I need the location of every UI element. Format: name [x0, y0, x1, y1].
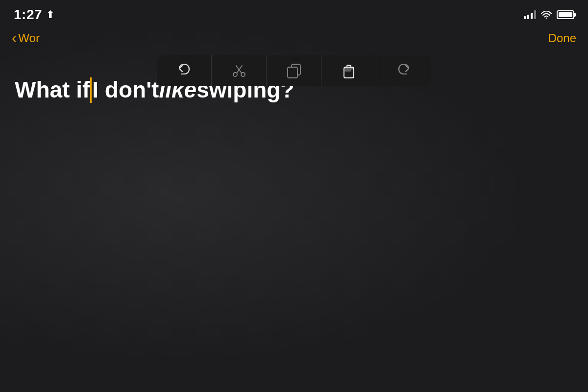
- redo-button[interactable]: [376, 55, 431, 86]
- battery-level: [559, 12, 572, 17]
- back-button[interactable]: ‹ Wor: [12, 31, 40, 45]
- signal-bar-3: [531, 13, 533, 19]
- svg-line-4: [236, 66, 242, 73]
- status-bar: 1:27 ⬆: [0, 0, 588, 25]
- status-time: 1:27 ⬆: [14, 7, 55, 23]
- copy-button[interactable]: [267, 55, 321, 86]
- time-display: 1:27: [14, 7, 42, 23]
- wifi-icon: [541, 11, 552, 19]
- svg-point-1: [233, 73, 237, 76]
- svg-line-3: [237, 66, 242, 73]
- signal-bar-4: [534, 10, 536, 19]
- cut-button[interactable]: [212, 55, 267, 86]
- back-label: Wor: [18, 31, 40, 45]
- text-middle: I don't: [92, 75, 159, 105]
- svg-point-0: [546, 18, 547, 19]
- back-chevron-icon: ‹: [12, 31, 16, 45]
- text-cursor: [90, 77, 92, 103]
- svg-rect-8: [345, 68, 353, 69]
- signal-bar-2: [527, 15, 529, 19]
- done-button[interactable]: Done: [548, 31, 576, 45]
- text-before: What if: [15, 75, 90, 105]
- svg-point-2: [241, 73, 245, 76]
- svg-rect-5: [288, 67, 297, 78]
- paste-button[interactable]: [321, 55, 376, 86]
- edit-toolbar: [157, 55, 431, 86]
- signal-icon: [524, 10, 536, 19]
- svg-rect-9: [345, 70, 351, 71]
- battery-icon: [557, 10, 574, 19]
- location-icon: ⬆: [46, 9, 55, 21]
- signal-bar-1: [524, 16, 526, 19]
- nav-bar: ‹ Wor Done: [0, 25, 588, 51]
- undo-button[interactable]: [157, 55, 212, 86]
- status-icons: [524, 10, 574, 19]
